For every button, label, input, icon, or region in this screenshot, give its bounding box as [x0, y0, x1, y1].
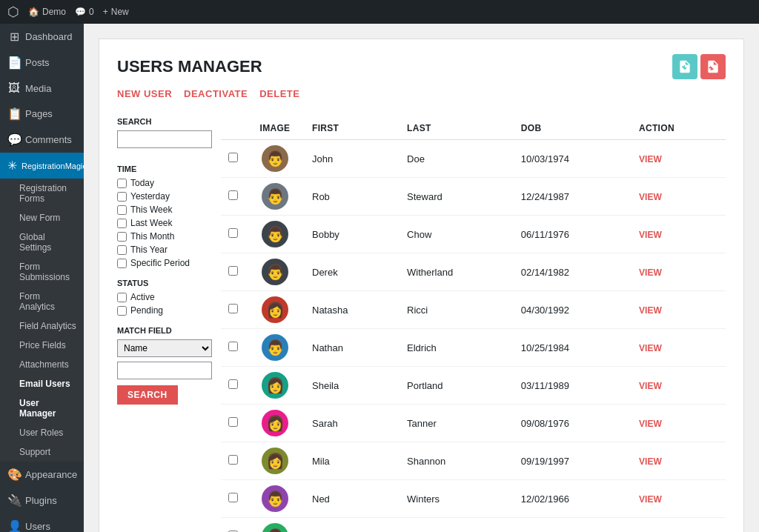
row-checkbox-5[interactable]: [228, 304, 238, 313]
sidebar-item-global-settings[interactable]: Global Settings: [0, 227, 84, 257]
row-checkbox-3[interactable]: [228, 228, 238, 238]
sidebar-item-comments[interactable]: 💬 Comments: [0, 127, 84, 153]
row-checkbox-2[interactable]: [228, 190, 238, 200]
col-header-action: ACTION: [632, 117, 726, 140]
import-icon-btn[interactable]: [700, 54, 726, 79]
row-last-name: Portland: [400, 367, 514, 405]
wp-logo-btn[interactable]: ⬡: [7, 4, 19, 20]
row-checkbox-cell: [221, 480, 245, 518]
time-this-year-row: This Year: [117, 245, 212, 255]
col-header-last: LAST: [400, 117, 514, 140]
row-checkbox-6[interactable]: [228, 342, 238, 351]
sidebar-item-new-form[interactable]: New Form: [0, 208, 84, 227]
filter-panel: SEARCH TIME Today Yesterday This Week: [117, 117, 221, 532]
this-week-checkbox[interactable]: [117, 205, 127, 215]
row-action-cell: VIEW: [632, 518, 726, 533]
row-checkbox-cell: [221, 140, 245, 178]
sidebar-posts-label: Posts: [25, 57, 50, 68]
table-row: 👨 John Doe 10/03/1974 VIEW: [221, 140, 726, 178]
row-checkbox-1[interactable]: [228, 153, 238, 162]
sidebar-item-support[interactable]: Support: [0, 442, 84, 462]
this-month-checkbox[interactable]: [117, 232, 127, 242]
sidebar-item-media[interactable]: 🖼 Media: [0, 76, 84, 101]
view-link[interactable]: VIEW: [639, 154, 662, 164]
row-image-cell: 👨: [245, 253, 305, 291]
row-image-cell: 👨: [245, 329, 305, 367]
view-link[interactable]: VIEW: [639, 494, 662, 505]
dashboard-icon: ⊞: [7, 30, 21, 44]
user-avatar: 👩: [262, 296, 288, 323]
sidebar-item-plugins[interactable]: 🔌 Plugins: [0, 488, 84, 513]
view-link[interactable]: VIEW: [639, 267, 662, 278]
export-icon-btn[interactable]: [672, 54, 697, 79]
row-action-cell: VIEW: [632, 405, 726, 442]
sidebar-item-posts[interactable]: 📄 Posts: [0, 50, 84, 76]
view-link[interactable]: VIEW: [639, 230, 662, 240]
user-avatar: 👨: [262, 145, 288, 172]
delete-btn[interactable]: DELETE: [259, 88, 299, 99]
row-checkbox-4[interactable]: [228, 266, 238, 276]
sidebar-item-field-analytics[interactable]: Field Analytics: [0, 316, 84, 336]
this-year-checkbox[interactable]: [117, 245, 127, 255]
row-checkbox-cell: [221, 253, 245, 291]
sidebar-item-price-fields[interactable]: Price Fields: [0, 336, 84, 355]
registrationmagic-icon: ✳: [7, 159, 17, 173]
comments-btn[interactable]: 💬 0: [75, 7, 94, 17]
sidebar-item-user-roles[interactable]: User Roles: [0, 423, 84, 442]
view-link[interactable]: VIEW: [639, 343, 662, 353]
sidebar-submenu: Registration Forms New Form Global Setti…: [0, 179, 84, 462]
col-header-image: IMAGE: [245, 117, 305, 140]
view-link[interactable]: VIEW: [639, 419, 662, 429]
sidebar-item-dashboard[interactable]: ⊞ Dashboard: [0, 24, 84, 50]
specific-period-label: Specific Period: [130, 258, 190, 268]
sidebar-item-registrationmagic[interactable]: ✳ RegistrationMagic: [0, 153, 84, 179]
time-last-week-row: Last Week: [117, 218, 212, 228]
pending-checkbox[interactable]: [117, 306, 127, 316]
deactivate-btn[interactable]: DEACTIVATE: [184, 88, 248, 99]
row-image-cell: 👩: [245, 405, 305, 442]
match-field-select[interactable]: Name Email Username: [117, 339, 212, 357]
today-checkbox[interactable]: [117, 179, 127, 188]
row-checkbox-8[interactable]: [228, 417, 238, 427]
sidebar-item-email-users[interactable]: Email Users: [0, 374, 84, 393]
sidebar-item-registration-forms[interactable]: Registration Forms: [0, 179, 84, 208]
yesterday-checkbox[interactable]: [117, 192, 127, 202]
row-checkbox-7[interactable]: [228, 379, 238, 389]
table-header-row: IMAGE FIRST LAST DOB ACTION: [221, 117, 726, 140]
sidebar-item-form-submissions[interactable]: Form Submissions: [0, 257, 84, 287]
site-name-label: Demo: [42, 7, 66, 17]
page-icons: [672, 54, 726, 79]
sidebar-item-attachments[interactable]: Attachments: [0, 355, 84, 374]
table-row: 👨 Rob Steward 12/24/1987 VIEW: [221, 178, 726, 216]
view-link[interactable]: VIEW: [639, 305, 662, 316]
row-checkbox-10[interactable]: [228, 493, 238, 502]
sidebar-item-form-analytics[interactable]: Form Analytics: [0, 287, 84, 316]
sidebar-item-appearance[interactable]: 🎨 Appearance: [0, 462, 84, 488]
row-last-name: Ricci: [400, 291, 514, 329]
row-last-name: Sanders: [400, 518, 514, 533]
last-week-checkbox[interactable]: [117, 219, 127, 228]
this-year-label: This Year: [130, 245, 168, 255]
row-checkbox-9[interactable]: [228, 455, 238, 465]
view-link[interactable]: VIEW: [639, 192, 662, 202]
view-link[interactable]: VIEW: [639, 381, 662, 391]
specific-period-checkbox[interactable]: [117, 259, 127, 268]
row-action-cell: VIEW: [632, 480, 726, 518]
search-input[interactable]: [117, 130, 212, 148]
pending-label: Pending: [130, 305, 163, 316]
active-checkbox[interactable]: [117, 293, 127, 302]
new-btn[interactable]: + New: [103, 7, 129, 17]
view-link[interactable]: VIEW: [639, 456, 662, 467]
sidebar-item-user-manager[interactable]: User Manager: [0, 393, 84, 423]
row-action-cell: VIEW: [632, 442, 726, 480]
site-name-btn[interactable]: 🏠 Demo: [28, 7, 66, 17]
search-button[interactable]: SEARCH: [117, 385, 178, 405]
sidebar-item-users[interactable]: 👤 Users: [0, 513, 84, 532]
match-value-input[interactable]: [117, 362, 212, 379]
row-first-name: Bobby: [305, 216, 400, 253]
sidebar-item-pages[interactable]: 📋 Pages: [0, 101, 84, 127]
status-section-label: STATUS: [117, 279, 212, 287]
row-dob: 12/02/1966: [514, 480, 632, 518]
users-icon: 👤: [7, 519, 21, 532]
new-user-btn[interactable]: NEW USER: [117, 88, 172, 99]
